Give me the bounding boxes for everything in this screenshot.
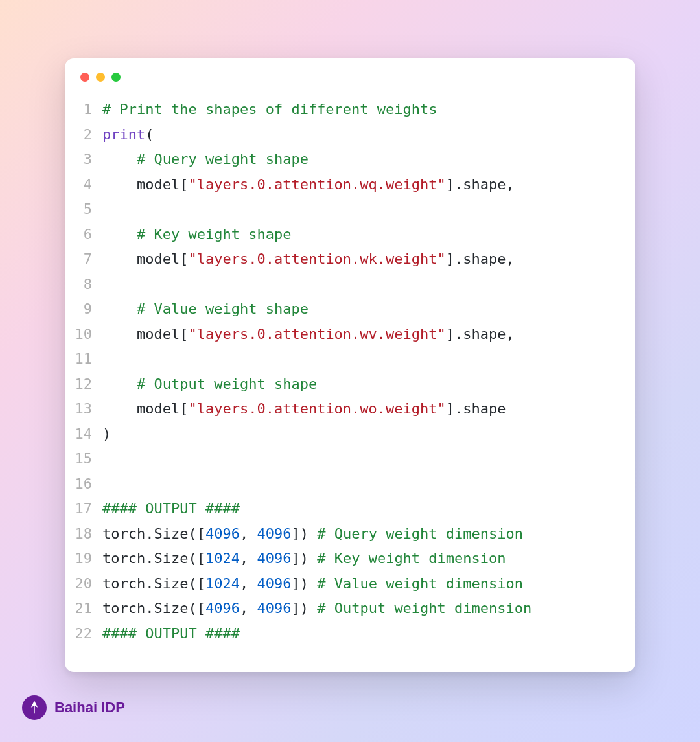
line-number: 19: [70, 546, 102, 572]
line-number: 14: [70, 422, 102, 447]
token-default: torch.Size([: [102, 600, 205, 616]
line-content: #### OUTPUT ####: [102, 621, 240, 647]
maximize-icon[interactable]: [111, 73, 121, 82]
code-window: 1# Print the shapes of different weights…: [65, 58, 635, 672]
token-comment: # Output weight dimension: [317, 600, 531, 616]
line-content: # Key weight shape: [102, 222, 291, 248]
token-default: ].shape: [446, 400, 506, 417]
line-content: torch.Size([1024, 4096]) # Value weight …: [102, 572, 523, 597]
code-line: 15: [70, 446, 620, 472]
token-number: 4096: [205, 526, 240, 542]
minimize-icon[interactable]: [96, 73, 105, 82]
token-number: 4096: [257, 526, 291, 542]
token-comment: # Value weight dimension: [317, 575, 523, 592]
code-line: 2print(: [70, 122, 620, 148]
line-number: 6: [70, 222, 102, 248]
token-comment: # Query weight dimension: [317, 526, 523, 542]
titlebar: [65, 58, 635, 88]
token-default: ]): [291, 575, 317, 592]
token-string: "layers.0.attention.wo.weight": [188, 400, 445, 417]
line-number: 15: [70, 446, 102, 472]
code-line: 9 # Value weight shape: [70, 297, 620, 322]
token-string: "layers.0.attention.wv.weight": [188, 326, 445, 342]
code-line: 4 model["layers.0.attention.wq.weight"].…: [70, 172, 620, 198]
token-comment: # Query weight shape: [137, 151, 309, 167]
token-default: ]): [291, 550, 317, 566]
code-line: 19torch.Size([1024, 4096]) # Key weight …: [70, 546, 620, 572]
token-default: [102, 226, 137, 242]
token-string: "layers.0.attention.wq.weight": [188, 176, 445, 192]
token-func: print: [102, 126, 145, 143]
token-default: ].shape,: [446, 176, 515, 192]
line-number: 12: [70, 372, 102, 397]
line-content: # Query weight shape: [102, 147, 309, 172]
token-default: ,: [240, 526, 257, 542]
code-line: 10 model["layers.0.attention.wv.weight"]…: [70, 322, 620, 347]
line-number: 5: [70, 197, 102, 222]
code-line: 8: [70, 272, 620, 297]
line-number: 17: [70, 496, 102, 522]
token-punct: (: [145, 126, 154, 143]
token-comment: # Output weight shape: [137, 376, 317, 392]
token-default: [102, 376, 137, 392]
line-content: ): [102, 422, 111, 447]
code-line: 11: [70, 347, 620, 372]
line-number: 10: [70, 322, 102, 347]
token-number: 4096: [257, 550, 291, 566]
token-number: 4096: [205, 600, 240, 616]
token-comment: #### OUTPUT ####: [102, 500, 240, 516]
line-content: model["layers.0.attention.wo.weight"].sh…: [102, 397, 506, 422]
token-punct: ): [102, 426, 111, 442]
code-line: 16: [70, 472, 620, 497]
line-content: torch.Size([1024, 4096]) # Key weight di…: [102, 546, 506, 572]
token-default: model[: [102, 326, 188, 342]
line-number: 1: [70, 97, 102, 122]
code-line: 17#### OUTPUT ####: [70, 496, 620, 522]
line-content: # Output weight shape: [102, 372, 317, 397]
line-content: model["layers.0.attention.wk.weight"].sh…: [102, 247, 515, 272]
token-number: 1024: [205, 575, 240, 592]
token-default: ]): [291, 526, 317, 542]
token-default: model[: [102, 176, 188, 192]
token-default: [102, 301, 137, 317]
line-number: 22: [70, 621, 102, 647]
code-line: 5: [70, 197, 620, 222]
token-number: 4096: [257, 575, 291, 592]
token-comment: # Print the shapes of different weights: [102, 101, 438, 117]
line-content: print(: [102, 122, 154, 148]
token-string: "layers.0.attention.wk.weight": [188, 251, 445, 267]
code-line: 7 model["layers.0.attention.wk.weight"].…: [70, 247, 620, 272]
token-default: torch.Size([: [102, 575, 205, 592]
token-comment: #### OUTPUT ####: [102, 625, 240, 642]
code-line: 21torch.Size([4096, 4096]) # Output weig…: [70, 596, 620, 621]
line-number: 4: [70, 172, 102, 198]
brand: Baihai IDP: [22, 695, 125, 720]
token-default: ].shape,: [446, 251, 515, 267]
code-line: 22#### OUTPUT ####: [70, 621, 620, 647]
line-number: 16: [70, 472, 102, 497]
line-number: 8: [70, 272, 102, 297]
token-default: torch.Size([: [102, 526, 205, 542]
token-number: 4096: [257, 600, 291, 616]
code-line: 3 # Query weight shape: [70, 147, 620, 172]
line-content: torch.Size([4096, 4096]) # Output weight…: [102, 596, 531, 621]
line-number: 3: [70, 147, 102, 172]
token-default: ].shape,: [446, 326, 515, 342]
line-number: 2: [70, 122, 102, 148]
line-content: # Value weight shape: [102, 297, 309, 322]
code-line: 1# Print the shapes of different weights: [70, 97, 620, 122]
line-content: # Print the shapes of different weights: [102, 97, 438, 122]
close-icon[interactable]: [80, 73, 89, 82]
code-block: 1# Print the shapes of different weights…: [65, 88, 635, 653]
brand-name: Baihai IDP: [54, 699, 125, 716]
line-number: 21: [70, 596, 102, 621]
line-number: 11: [70, 347, 102, 372]
line-number: 18: [70, 522, 102, 547]
token-default: torch.Size([: [102, 550, 205, 566]
token-default: model[: [102, 251, 188, 267]
brand-logo-icon: [22, 695, 47, 720]
line-number: 9: [70, 297, 102, 322]
token-number: 1024: [205, 550, 240, 566]
token-default: ,: [240, 550, 257, 566]
code-line: 14): [70, 422, 620, 447]
